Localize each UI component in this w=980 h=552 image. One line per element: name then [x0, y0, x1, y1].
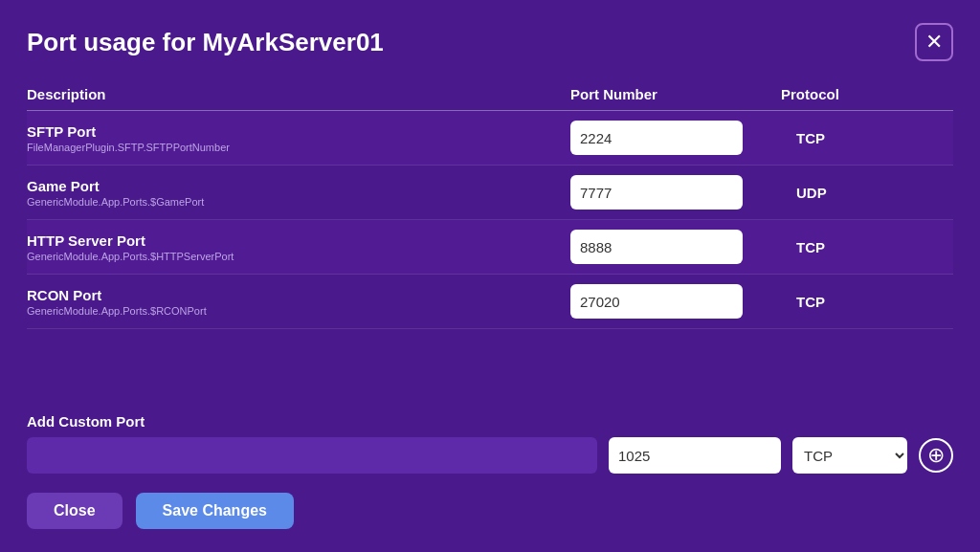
- port-number-input[interactable]: [570, 121, 743, 155]
- header-description: Description: [27, 86, 570, 102]
- port-name: HTTP Server Port: [27, 232, 570, 249]
- port-usage-dialog: Port usage for MyArkServer01 ✕ Descripti…: [0, 0, 980, 552]
- port-sub: FileManagerPlugin.SFTP.SFTPPortNumber: [27, 142, 570, 153]
- port-sub: GenericModule.App.Ports.$GamePort: [27, 196, 570, 208]
- port-number-input[interactable]: [570, 175, 743, 210]
- port-number-input[interactable]: [570, 230, 743, 264]
- port-table-body: SFTP Port FileManagerPlugin.SFTP.SFTPPor…: [27, 111, 953, 396]
- custom-protocol-select[interactable]: TCPUDP: [792, 437, 907, 474]
- add-custom-row: TCPUDP ⊕: [27, 437, 953, 474]
- port-input-cell: [570, 230, 781, 264]
- dialog-footer: Close Save Changes: [27, 493, 953, 529]
- dialog-title: Port usage for MyArkServer01: [27, 28, 384, 57]
- port-name: RCON Port: [27, 287, 570, 303]
- dialog-header: Port usage for MyArkServer01 ✕: [27, 23, 953, 61]
- port-number-input[interactable]: [570, 284, 743, 319]
- port-sub: GenericModule.App.Ports.$HTTPServerPort: [27, 251, 570, 262]
- protocol-cell: TCP: [781, 239, 953, 255]
- custom-description-input[interactable]: [27, 437, 597, 474]
- add-custom-port-button[interactable]: ⊕: [919, 438, 953, 473]
- close-button[interactable]: Close: [27, 493, 122, 529]
- add-custom-section: Add Custom Port TCPUDP ⊕: [27, 413, 953, 474]
- table-row: HTTP Server Port GenericModule.App.Ports…: [27, 220, 953, 275]
- protocol-cell: TCP: [781, 130, 953, 146]
- table-row: RCON Port GenericModule.App.Ports.$RCONP…: [27, 275, 953, 329]
- dialog-close-button[interactable]: ✕: [915, 23, 953, 61]
- desc-col: SFTP Port FileManagerPlugin.SFTP.SFTPPor…: [27, 123, 570, 153]
- custom-port-input[interactable]: [609, 437, 781, 474]
- port-sub: GenericModule.App.Ports.$RCONPort: [27, 305, 570, 317]
- save-changes-button[interactable]: Save Changes: [136, 493, 294, 529]
- desc-col: RCON Port GenericModule.App.Ports.$RCONP…: [27, 287, 570, 317]
- header-protocol: Protocol: [781, 86, 953, 102]
- port-input-cell: [570, 121, 781, 155]
- desc-col: HTTP Server Port GenericModule.App.Ports…: [27, 232, 570, 262]
- desc-col: Game Port GenericModule.App.Ports.$GameP…: [27, 178, 570, 208]
- table-header: Description Port Number Protocol: [27, 78, 953, 111]
- protocol-cell: UDP: [781, 185, 953, 201]
- protocol-cell: TCP: [781, 294, 953, 310]
- header-port-number: Port Number: [570, 86, 781, 102]
- add-custom-label: Add Custom Port: [27, 413, 953, 430]
- port-input-cell: [570, 284, 781, 319]
- port-name: SFTP Port: [27, 123, 570, 140]
- table-row: Game Port GenericModule.App.Ports.$GameP…: [27, 166, 953, 220]
- port-input-cell: [570, 175, 781, 210]
- table-row: SFTP Port FileManagerPlugin.SFTP.SFTPPor…: [27, 111, 953, 166]
- port-name: Game Port: [27, 178, 570, 194]
